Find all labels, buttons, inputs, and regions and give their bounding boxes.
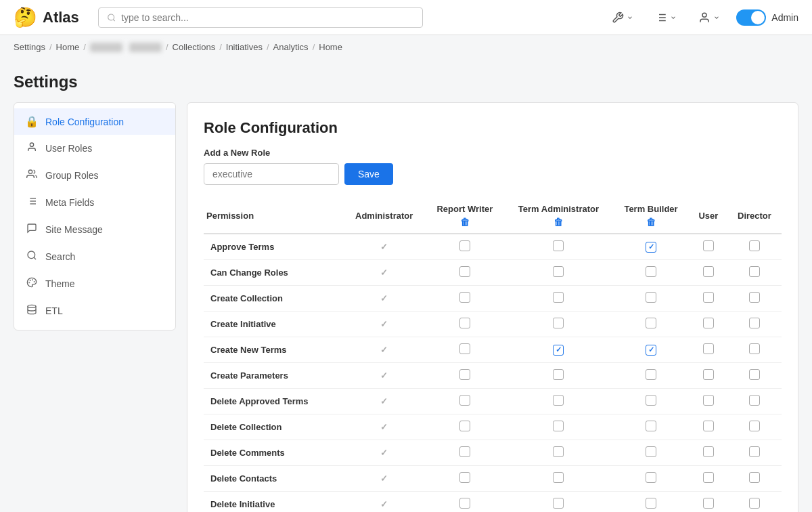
term-administrator-checkbox[interactable] (553, 318, 564, 328)
sidebar-item-role-configuration[interactable]: 🔒 Role Configuration (14, 108, 175, 135)
report-writer-checkbox[interactable] (459, 395, 470, 406)
admin-checkbox[interactable] (379, 422, 390, 433)
director-checkbox[interactable] (749, 498, 760, 509)
user-checkbox[interactable] (703, 472, 714, 483)
report-writer-checkbox[interactable] (459, 446, 470, 457)
admin-checkbox[interactable] (379, 268, 390, 278)
term-builder-checkbox[interactable] (646, 421, 656, 431)
svg-point-21 (30, 280, 30, 281)
admin-checkbox[interactable] (379, 499, 390, 510)
admin-checkbox[interactable] (379, 370, 390, 381)
report-writer-checkbox[interactable] (459, 498, 470, 509)
search-input[interactable] (121, 12, 414, 23)
breadcrumb-home2[interactable]: Home (319, 42, 342, 52)
term-builder-checkbox[interactable] (646, 318, 656, 328)
user-checkbox[interactable] (703, 343, 714, 354)
sidebar-item-etl[interactable]: ETL (14, 297, 175, 324)
term-administrator-checkbox[interactable] (553, 292, 564, 303)
term-administrator-checkbox[interactable] (553, 240, 564, 251)
report-writer-checkbox[interactable] (459, 318, 470, 328)
user-checkbox-cell (690, 466, 727, 492)
term-administrator-checkbox[interactable] (553, 446, 564, 457)
save-button[interactable]: Save (344, 163, 393, 185)
term-administrator-checkbox[interactable] (553, 345, 564, 356)
term-builder-checkbox[interactable] (646, 345, 656, 356)
admin-checkbox[interactable] (379, 448, 390, 458)
admin-checkbox[interactable] (379, 242, 390, 253)
director-checkbox[interactable] (749, 369, 760, 380)
user-checkbox[interactable] (703, 421, 714, 431)
admin-checkbox[interactable] (379, 319, 390, 330)
term-administrator-checkbox[interactable] (553, 266, 564, 277)
director-checkbox[interactable] (749, 240, 760, 251)
add-role-input[interactable] (204, 163, 339, 185)
report-writer-checkbox[interactable] (459, 472, 470, 483)
breadcrumb-home1[interactable]: Home (56, 42, 80, 52)
permission-cell: Delete Approved Terms (204, 389, 343, 414)
list-button[interactable] (650, 9, 682, 26)
report-writer-checkbox[interactable] (459, 421, 470, 431)
term-builder-checkbox[interactable] (646, 472, 656, 483)
admin-checkbox[interactable] (379, 473, 390, 484)
director-checkbox[interactable] (749, 395, 760, 406)
delete-term-administrator-icon[interactable]: 🗑 (554, 217, 563, 228)
table-row: Delete Approved Terms (204, 389, 782, 414)
permission-cell: Delete Comments (204, 440, 343, 466)
user-checkbox[interactable] (703, 292, 714, 303)
director-checkbox[interactable] (749, 343, 760, 354)
sidebar-item-group-roles[interactable]: Group Roles (14, 162, 175, 189)
term-administrator-checkbox[interactable] (553, 369, 564, 380)
delete-report-writer-icon[interactable]: 🗑 (460, 217, 470, 228)
term-builder-checkbox[interactable] (646, 266, 656, 277)
director-checkbox[interactable] (749, 421, 760, 431)
term-administrator-checkbox[interactable] (553, 472, 564, 483)
svg-point-20 (34, 282, 35, 282)
admin-checkbox[interactable] (379, 396, 390, 407)
report-writer-checkbox[interactable] (459, 240, 470, 251)
user-checkbox[interactable] (703, 395, 714, 406)
report-writer-checkbox[interactable] (459, 266, 470, 277)
director-checkbox[interactable] (749, 292, 760, 303)
director-checkbox[interactable] (749, 266, 760, 277)
sidebar-item-meta-fields[interactable]: Meta Fields (14, 189, 175, 216)
sidebar-item-search[interactable]: Search (14, 243, 175, 270)
breadcrumb-settings[interactable]: Settings (14, 42, 45, 52)
term-builder-checkbox-cell (612, 312, 690, 337)
term-builder-checkbox[interactable] (646, 292, 656, 303)
delete-term-builder-icon[interactable]: 🗑 (646, 217, 656, 228)
search-bar[interactable] (98, 7, 423, 28)
user-checkbox[interactable] (703, 369, 714, 380)
breadcrumb-analytics[interactable]: Analytics (273, 42, 309, 52)
report-writer-checkbox[interactable] (459, 343, 470, 354)
report-writer-checkbox[interactable] (459, 369, 470, 380)
term-administrator-checkbox[interactable] (553, 498, 564, 509)
user-checkbox[interactable] (703, 498, 714, 509)
breadcrumb-initiatives[interactable]: Initiatives (226, 42, 263, 52)
report-writer-checkbox[interactable] (459, 292, 470, 303)
admin-checkbox[interactable] (379, 345, 390, 356)
director-checkbox[interactable] (749, 472, 760, 483)
term-builder-checkbox[interactable] (646, 498, 656, 509)
sidebar-item-theme[interactable]: Theme (14, 270, 175, 297)
admin-toggle[interactable] (736, 9, 766, 26)
term-builder-checkbox[interactable] (646, 242, 656, 253)
director-checkbox[interactable] (749, 318, 760, 328)
sidebar-item-site-message[interactable]: Site Message (14, 216, 175, 243)
user-checkbox[interactable] (703, 240, 714, 251)
term-administrator-checkbox-cell (505, 492, 612, 513)
term-administrator-checkbox[interactable] (553, 395, 564, 406)
report-writer-checkbox-cell (425, 414, 505, 440)
breadcrumb-collections[interactable]: Collections (173, 42, 216, 52)
term-builder-checkbox[interactable] (646, 446, 656, 457)
tools-button[interactable] (606, 9, 639, 26)
sidebar-item-user-roles[interactable]: User Roles (14, 135, 175, 162)
term-builder-checkbox[interactable] (646, 395, 656, 406)
user-checkbox[interactable] (703, 446, 714, 457)
admin-checkbox[interactable] (379, 293, 390, 304)
user-button[interactable] (693, 9, 725, 26)
user-checkbox[interactable] (703, 266, 714, 277)
user-checkbox[interactable] (703, 318, 714, 328)
term-administrator-checkbox[interactable] (553, 421, 564, 431)
term-builder-checkbox[interactable] (646, 369, 656, 380)
director-checkbox[interactable] (749, 446, 760, 457)
